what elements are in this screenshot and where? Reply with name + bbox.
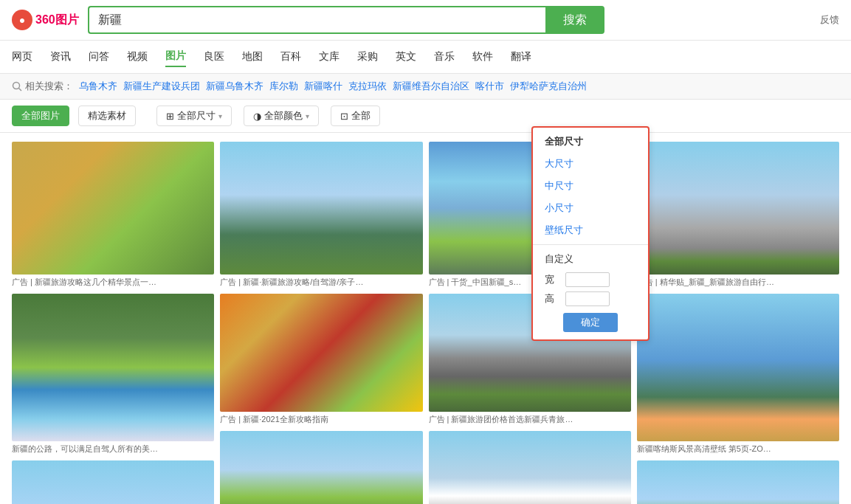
image-card[interactable]: 广告 | 精华贴_新疆_新疆旅游自由行… — [637, 142, 839, 288]
feedback-link[interactable]: 反馈 — [820, 13, 839, 27]
image-forest-river[interactable] — [12, 294, 214, 441]
size-dropdown-menu: 全部尺寸 大尺寸 中尺寸 小尺寸 壁纸尺寸 自定义 宽 高 确定 — [531, 126, 650, 341]
dropdown-divider — [533, 244, 648, 245]
images-col-2: 广告 | 新疆·新疆旅游攻略/自驾游/亲子… 广告 | 新疆·2021全新攻略指… — [220, 142, 422, 504]
height-row: 高 — [533, 289, 648, 308]
svg-line-1 — [19, 89, 22, 92]
size-icon: ⊞ — [166, 111, 174, 122]
related-searches: 相关搜索： 乌鲁木齐 新疆生产建设兵团 新疆乌鲁木齐 库尔勒 新疆喀什 克拉玛依… — [0, 74, 851, 100]
search-input[interactable] — [88, 6, 545, 34]
images-col-4: 广告 | 精华贴_新疆_新疆旅游自由行… 新疆喀纳斯风景高清壁纸 第5页-ZO… — [637, 142, 839, 504]
nav-video[interactable]: 视频 — [127, 47, 148, 66]
height-input[interactable] — [565, 291, 610, 306]
image-desert[interactable] — [12, 142, 214, 275]
related-tag-kashgar-city[interactable]: 喀什市 — [475, 80, 504, 93]
nav-news[interactable]: 资讯 — [50, 47, 71, 66]
nav-images[interactable]: 图片 — [165, 46, 186, 67]
header: ● 360图片 搜索 反馈 — [0, 0, 851, 41]
image-card[interactable] — [12, 460, 214, 504]
size-dropdown-arrow: ▾ — [218, 112, 222, 120]
nav-purchase[interactable]: 采购 — [357, 47, 378, 66]
image-caption-4: 广告 | 新疆·2021全新攻略指南 — [220, 414, 422, 425]
nav-qa[interactable]: 问答 — [89, 47, 109, 66]
selected-material-btn[interactable]: 精选素材 — [78, 106, 136, 126]
related-tag-urumqi[interactable]: 乌鲁木齐 — [79, 80, 117, 93]
related-tag-bingtuan[interactable]: 新疆生产建设兵团 — [123, 80, 200, 93]
size-option-all[interactable]: 全部尺寸 — [533, 131, 648, 153]
logo-icon: ● — [12, 10, 32, 30]
image-caption-1: 广告 | 新疆旅游攻略这几个精华景点一… — [12, 277, 214, 288]
image-card[interactable]: 新疆的公路，可以满足自驾人所有的美… — [12, 294, 214, 455]
nav-music[interactable]: 音乐 — [434, 47, 455, 66]
image-autumn-lake[interactable] — [637, 294, 839, 441]
nav-software[interactable]: 软件 — [472, 47, 493, 66]
nav-map[interactable]: 地图 — [242, 47, 263, 66]
related-tag-kashgar[interactable]: 新疆喀什 — [304, 80, 342, 93]
size-option-medium[interactable]: 中尺寸 — [533, 175, 648, 197]
image-caption-10: 新疆喀纳斯风景高清壁纸 第5页-ZO… — [637, 443, 839, 455]
all-images-btn[interactable]: 全部图片 — [12, 106, 69, 126]
image-green-hills[interactable] — [12, 460, 214, 504]
more-filter-label: 全部 — [351, 109, 371, 122]
related-tag-karamay[interactable]: 克拉玛依 — [348, 80, 387, 93]
nav-library[interactable]: 文库 — [319, 47, 340, 66]
color-icon: ◑ — [253, 111, 261, 122]
nav-english[interactable]: 英文 — [396, 47, 416, 66]
custom-size-label: 自定义 — [533, 248, 648, 270]
related-tag-xinjiang-urumqi[interactable]: 新疆乌鲁木齐 — [206, 80, 263, 93]
image-steppe[interactable] — [220, 431, 422, 504]
related-tag-kuerle[interactable]: 库尔勒 — [269, 80, 298, 93]
confirm-row: 确定 — [533, 308, 648, 336]
images-col-1: 广告 | 新疆旅游攻略这几个精华景点一… 新疆的公路，可以满足自驾人所有的美… — [12, 142, 214, 504]
image-card[interactable]: 广告 | 新疆旅游攻略指南 — [220, 431, 422, 504]
height-label: 高 — [545, 292, 559, 305]
size-filter-label: 全部尺寸 — [177, 109, 216, 122]
image-card[interactable] — [637, 460, 839, 504]
related-tag-ili[interactable]: 伊犁哈萨克自治州 — [510, 80, 587, 93]
color-filter-label: 全部颜色 — [264, 109, 303, 122]
image-caption-2: 新疆的公路，可以满足自驾人所有的美… — [12, 443, 214, 455]
nav-webpage[interactable]: 网页 — [12, 47, 32, 66]
size-filter-dropdown[interactable]: ⊞ 全部尺寸 ▾ — [156, 106, 232, 126]
image-card[interactable]: 广告 | 新疆旅游攻略这几个精华景点一… — [12, 142, 214, 288]
width-row: 宽 — [533, 270, 648, 289]
related-tag-autonomous[interactable]: 新疆维吾尔自治区 — [393, 80, 469, 93]
image-caption-9: 广告 | 精华贴_新疆_新疆旅游自由行… — [637, 277, 839, 288]
image-road[interactable] — [637, 142, 839, 275]
images-grid: 广告 | 新疆旅游攻略这几个精华景点一… 新疆的公路，可以满足自驾人所有的美… … — [0, 133, 851, 504]
nav-encyclopedia[interactable]: 百科 — [280, 47, 301, 66]
image-grassland-sky[interactable] — [220, 142, 422, 275]
search-icon — [12, 81, 22, 92]
logo[interactable]: ● 360图片 — [12, 10, 79, 30]
size-option-wallpaper[interactable]: 壁纸尺寸 — [533, 219, 648, 241]
image-caption-3: 广告 | 新疆·新疆旅游攻略/自驾游/亲子… — [220, 277, 422, 288]
image-volcanic[interactable] — [220, 294, 422, 412]
image-grassland2[interactable] — [637, 460, 839, 504]
image-card[interactable]: 新疆喀纳斯风景高清壁纸 第5页-ZOL… — [429, 431, 631, 504]
color-filter-dropdown[interactable]: ◑ 全部颜色 ▾ — [244, 106, 319, 126]
nav-bar: 网页 资讯 问答 视频 图片 良医 地图 百科 文库 采购 英文 音乐 软件 翻… — [0, 41, 851, 74]
search-bar: 搜索 — [88, 6, 604, 34]
confirm-button[interactable]: 确定 — [563, 313, 618, 332]
size-option-small[interactable]: 小尺寸 — [533, 197, 648, 219]
width-label: 宽 — [545, 273, 559, 286]
image-card[interactable]: 广告 | 新疆·2021全新攻略指南 — [220, 294, 422, 425]
image-card[interactable]: 新疆喀纳斯风景高清壁纸 第5页-ZO… — [637, 294, 839, 455]
grid-icon: ⊡ — [340, 111, 348, 122]
image-snow-mountain[interactable] — [429, 431, 631, 504]
size-option-large[interactable]: 大尺寸 — [533, 153, 648, 175]
filter-bar: 全部图片 精选素材 ⊞ 全部尺寸 ▾ ◑ 全部颜色 ▾ ⊡ 全部 全部尺寸 大尺… — [0, 100, 851, 133]
related-label: 相关搜索： — [12, 80, 73, 93]
image-card[interactable]: 广告 | 新疆·新疆旅游攻略/自驾游/亲子… — [220, 142, 422, 288]
color-dropdown-arrow: ▾ — [306, 112, 309, 120]
svg-point-0 — [13, 83, 20, 89]
search-button[interactable]: 搜索 — [545, 6, 604, 34]
image-caption-7: 广告 | 新疆旅游团价格首选新疆兵青旅… — [429, 414, 631, 425]
nav-translate[interactable]: 翻译 — [511, 47, 531, 66]
logo-text: 360图片 — [35, 13, 79, 28]
more-filter-dropdown[interactable]: ⊡ 全部 — [331, 106, 380, 126]
nav-medicine[interactable]: 良医 — [204, 47, 224, 66]
width-input[interactable] — [565, 272, 610, 287]
